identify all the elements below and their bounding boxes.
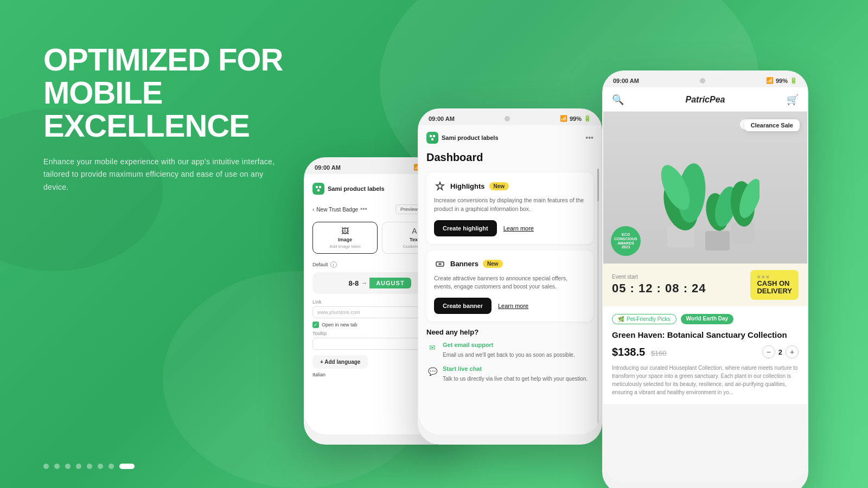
dot-8-active[interactable] [119,464,135,469]
phone-center: 09:00 AM 📶 99% 🔋 Sami product labels [418,108,602,445]
help-title: Need any help? [426,328,593,336]
battery-icon-r: 🔋 [790,77,797,84]
dashboard-app-header: Sami product labels ••• [426,132,593,144]
tag-world-earth: World Earth Day [681,314,734,324]
help-section: Need any help? ✉ Get email support Email… [426,328,593,383]
scroll-thumb [597,169,599,201]
dot-6[interactable] [98,464,103,469]
open-tab-label: Open in new tab [322,322,358,328]
qty-decrease-button[interactable]: − [762,345,775,358]
add-language-button[interactable]: + Add language [312,355,368,369]
store-search-icon[interactable]: 🔍 [612,94,624,106]
tags-row: 🌿 Pet-Friendly Picks World Earth Day [612,314,799,324]
price-row: $138.5 $160 − 2 + [612,345,799,358]
status-icons-right: 📶 99% 🔋 [766,77,797,84]
svg-rect-3 [705,231,730,251]
dashboard-app-name: Sami product labels [442,134,499,141]
learn-more-highlights-link[interactable]: Learn more [503,225,534,232]
dot-3[interactable] [65,464,71,469]
highlights-new-badge: New [489,182,509,190]
email-text-block: Get email support Email us and we'll get… [443,342,575,359]
live-chat-item: 💬 Start live chat Talk to us directly vi… [426,365,593,383]
leaf-icon: 🌿 [618,316,624,322]
dot-2[interactable] [54,464,60,469]
clearance-sale-badge: Clearance Sale [744,119,800,131]
quantity-control: − 2 + [762,345,799,358]
notch [505,116,510,121]
status-bar-center: 09:00 AM 📶 99% 🔋 [418,108,602,125]
plant-svg [651,128,760,258]
cash-delivery-badge: ✕✕✕ CASH ON DELIVERY [750,270,799,300]
price-main: $138.5 [612,346,645,358]
product-desc: Introducing our curated Houseplant Colle… [612,364,799,396]
signal-icon-c: 📶 [560,115,567,122]
live-chat-link[interactable]: Start live chat [443,365,588,372]
banners-section: Banners New Create attractive banners to… [426,251,593,322]
live-chat-sub: Talk to us directly via live chat to get… [443,376,588,382]
product-hero: only may Clearance Sale ECO CONSCIOUS AW… [603,112,807,264]
signal-icon-r: 📶 [766,77,774,84]
dashboard-logo-row: Sami product labels [426,132,499,144]
badge-arrow: → [361,279,367,287]
tag-pet-friendly: 🌿 Pet-Friendly Picks [612,314,676,324]
app-logo [312,183,324,195]
dashboard-logo [426,132,438,144]
battery-icon-c: 🔋 [584,115,591,122]
highlights-section: Highlights New Increase conversions by d… [426,172,593,244]
battery-text-c: 99% [570,115,582,122]
dot-7[interactable] [108,464,114,469]
email-support-item: ✉ Get email support Email us and we'll g… [426,342,593,359]
email-support-link[interactable]: Get email support [443,342,575,348]
dot-1[interactable] [43,464,49,469]
product-info: 🌿 Pet-Friendly Picks World Earth Day Gre… [603,306,807,404]
learn-more-banners-link[interactable]: Learn more [498,303,528,309]
status-icons-center: 📶 99% 🔋 [560,115,591,122]
banners-desc: Create attractive banners to announce sp… [434,274,586,292]
svg-marker-0 [436,182,444,190]
phones-area: 09:00 AM 📶 99% 🔋 Sami product labels [315,38,825,488]
main-content: OPTIMIZED FOR MOBILE EXCELLENCE Enhance … [0,0,868,488]
more-icon: ••• [585,133,593,142]
timer-digits: 05 : 12 : 08 : 24 [612,281,706,296]
banners-new-badge: New [483,260,503,268]
highlights-name: Highlights [450,182,485,190]
type-card-image[interactable]: 🖼 Image Add image label [312,222,378,254]
phone-right-inner: 🔍 PatricPea 🛒 [603,87,807,482]
italian-label: Italian [312,372,326,377]
app-logo-row: Sami product labels [312,183,385,195]
tooltip-label: Tooltip [312,331,327,336]
checkbox-open-tab[interactable]: ✓ [312,322,319,328]
store-cart-icon[interactable]: 🛒 [787,94,799,106]
qty-value: 2 [778,348,782,356]
eco-badge-text: ECO CONSCIOUS AWARDS 2023 [614,233,637,249]
highlights-desc: Increase conversions by displaying the m… [434,196,586,214]
timer-section: Event start 05 : 12 : 08 : 24 ✕✕✕ CASH O… [603,264,807,306]
event-start-label: Event start [612,274,706,280]
store-header: 🔍 PatricPea 🛒 [603,87,807,112]
badge-display: 8-8 → AUGUST [348,278,411,288]
create-banner-button[interactable]: Create banner [434,298,492,314]
badge-numbers: 8-8 [348,279,359,287]
left-section: OPTIMIZED FOR MOBILE EXCELLENCE Enhance … [43,38,315,194]
price-block: $138.5 $160 [612,346,667,358]
dot-4[interactable] [76,464,81,469]
eco-badge: ECO CONSCIOUS AWARDS 2023 [611,226,641,256]
store-name: PatricPea [686,95,725,105]
price-old: $160 [651,349,667,357]
create-highlight-button[interactable]: Create highlight [434,220,497,236]
highlights-title-row: Highlights New [434,180,586,192]
checkmark-icon: ✓ [314,322,318,328]
product-title: Green Haven: Botanical Sanctuary Collect… [612,330,799,341]
notch-right [700,78,705,84]
qty-increase-button[interactable]: + [786,345,799,358]
phone-center-inner: Sami product labels ••• Dashboard Highli… [419,125,601,434]
battery-text-r: 99% [776,78,788,84]
app-name-left: Sami product labels [328,185,385,192]
nav-left: ‹ New Trust Badge ••• [312,206,367,213]
subtext: Enhance your mobile experience with our … [43,156,277,194]
banners-actions: Create banner Learn more [434,298,586,314]
highlights-icon [434,180,446,192]
pagination-dots [43,464,135,469]
dot-5[interactable] [87,464,92,469]
info-icon: i [330,261,337,268]
